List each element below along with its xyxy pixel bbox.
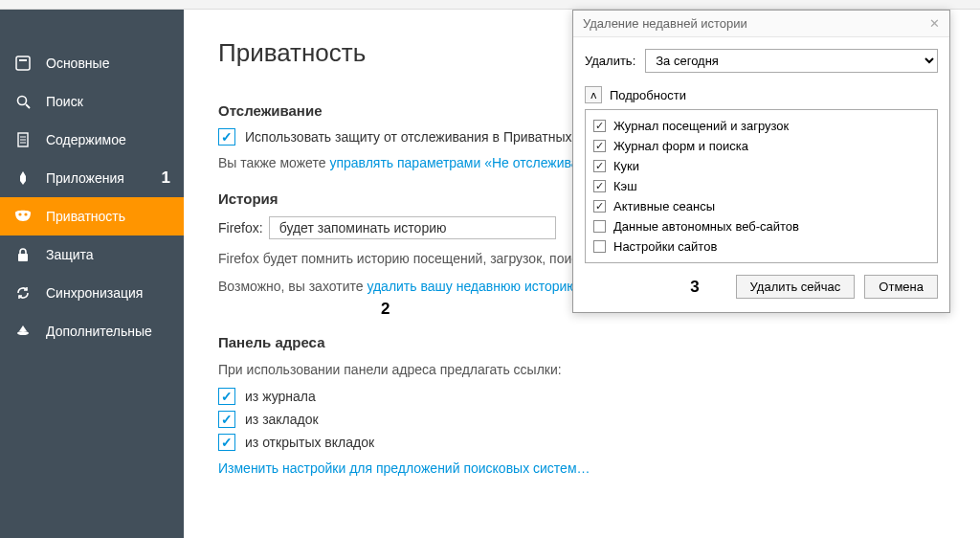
sidebar-item-label: Поиск: [46, 94, 170, 109]
rocket-icon: [13, 168, 33, 188]
tracking-protection-checkbox[interactable]: [218, 128, 235, 146]
active-logins-checkbox[interactable]: [593, 200, 606, 213]
sidebar-item-label: Приложения: [46, 170, 156, 186]
forms-search-checkbox[interactable]: [593, 140, 606, 152]
time-range-select[interactable]: За сегодня: [645, 49, 938, 73]
svg-line-3: [26, 104, 30, 108]
svg-rect-1: [19, 59, 27, 61]
sidebar-item-applications[interactable]: Приложения 1: [0, 159, 184, 197]
svg-point-8: [18, 213, 21, 215]
sidebar-item-general[interactable]: Основные: [0, 44, 184, 82]
history-prefix: Firefox:: [218, 220, 263, 235]
hat-icon: [13, 322, 33, 341]
checkbox-label: Активные сеансы: [613, 199, 715, 213]
details-checklist: Журнал посещений и загрузок Журнал форм …: [585, 109, 938, 263]
annotation-3: 3: [690, 278, 699, 297]
suggest-history-label: из журнала: [245, 389, 316, 404]
checkbox-label: Куки: [613, 159, 639, 173]
svg-point-11: [17, 331, 29, 335]
tracking-protection-label: Использовать защиту от отслеживания в Пр…: [245, 129, 572, 145]
search-icon: [13, 92, 33, 111]
checkbox-label: Журнал форм и поиска: [613, 139, 748, 153]
sidebar-item-security[interactable]: Защита: [0, 235, 184, 274]
history-downloads-checkbox[interactable]: [593, 120, 606, 132]
sidebar-item-privacy[interactable]: Приватность: [0, 197, 184, 235]
suggest-bookmarks-label: из закладок: [245, 412, 319, 427]
sidebar-item-sync[interactable]: Синхронизация: [0, 274, 184, 312]
svg-rect-10: [18, 254, 28, 261]
cache-checkbox[interactable]: [593, 180, 606, 192]
sidebar-item-label: Синхронизация: [46, 285, 170, 301]
dialog-title: Удаление недавней истории: [583, 16, 747, 31]
svg-rect-0: [16, 56, 30, 70]
maybe-prefix: Возможно, вы захотите: [218, 279, 367, 294]
history-mode-select[interactable]: будет запоминать историю: [269, 216, 556, 239]
manage-dnt-link[interactable]: управлять параметрами «Не отслеживать: [329, 155, 591, 170]
sidebar-item-search[interactable]: Поиск: [0, 82, 184, 121]
lock-icon: [13, 245, 33, 264]
chevron-up-icon: ʌ: [585, 86, 602, 103]
suggest-history-checkbox[interactable]: [218, 388, 235, 405]
suggest-opentabs-label: из открытых вкладок: [245, 435, 374, 450]
browser-tabbar: [0, 0, 980, 10]
checkbox-label: Данные автономных веб-сайтов: [613, 219, 799, 234]
site-settings-checkbox[interactable]: [593, 240, 606, 253]
svg-point-9: [24, 213, 27, 215]
mask-icon: [13, 207, 33, 226]
annotation-1: 1: [162, 168, 170, 188]
checkbox-label: Кэш: [613, 179, 637, 193]
close-icon[interactable]: ✕: [929, 16, 940, 31]
details-label: Подробности: [610, 88, 686, 102]
sidebar-item-label: Основные: [46, 56, 170, 71]
offline-data-checkbox[interactable]: [593, 220, 606, 233]
sidebar-item-advanced[interactable]: Дополнительные: [0, 312, 184, 350]
addressbar-heading: Панель адреса: [218, 334, 946, 350]
preferences-sidebar: Основные Поиск Содержимое Приложения 1 П…: [0, 10, 184, 538]
delete-now-button[interactable]: Удалить сейчас: [736, 275, 856, 299]
suggest-bookmarks-checkbox[interactable]: [218, 411, 235, 428]
sync-icon: [13, 283, 33, 303]
time-range-label: Удалить:: [585, 54, 635, 68]
addressbar-intro: При использовании панели адреса предлага…: [218, 360, 946, 380]
general-icon: [13, 54, 33, 73]
checkbox-label: Журнал посещений и загрузок: [613, 119, 789, 133]
tracking-also-prefix: Вы также можете: [218, 155, 329, 170]
sidebar-item-content[interactable]: Содержимое: [0, 121, 184, 159]
sidebar-item-label: Защита: [46, 247, 170, 262]
cancel-button[interactable]: Отмена: [864, 275, 938, 299]
sidebar-item-label: Содержимое: [46, 132, 170, 147]
svg-point-2: [18, 97, 27, 105]
clear-history-dialog: Удаление недавней истории ✕ Удалить: За …: [572, 10, 950, 313]
cookies-checkbox[interactable]: [593, 160, 606, 172]
search-engine-settings-link[interactable]: Изменить настройки для предложений поиск…: [218, 460, 590, 476]
sidebar-item-label: Дополнительные: [46, 324, 170, 339]
suggest-opentabs-checkbox[interactable]: [218, 434, 235, 451]
clear-recent-history-link[interactable]: удалить вашу недавнюю историю: [367, 279, 576, 294]
details-toggle[interactable]: ʌ Подробности: [585, 86, 938, 103]
document-icon: [13, 130, 33, 149]
checkbox-label: Настройки сайтов: [613, 239, 717, 254]
sidebar-item-label: Приватность: [46, 209, 170, 224]
